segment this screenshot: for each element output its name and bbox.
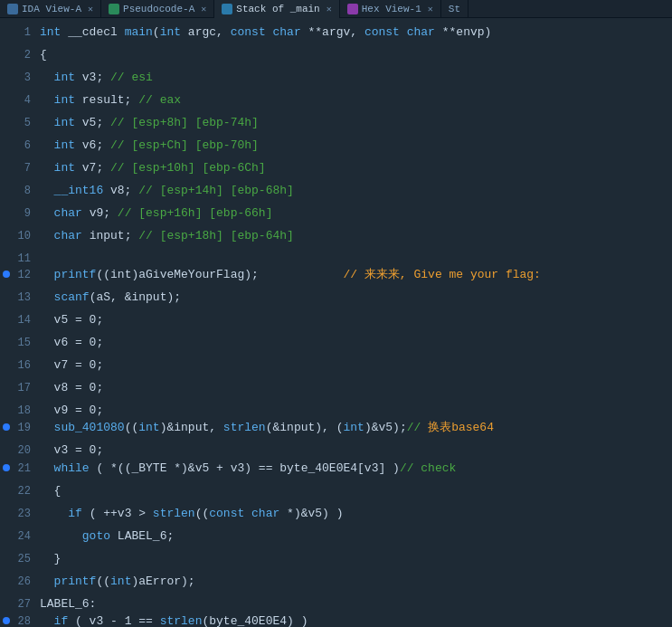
code-line: 17 v8 = 0;: [0, 374, 672, 396]
code-line: 28 if ( v3 - 1 == strlen(byte_40E0E4) ): [0, 613, 672, 628]
line-content-10: char input; // [esp+18h] [ebp-64h]: [36, 227, 672, 244]
line-num-1: 1: [13, 26, 36, 39]
line-dot-18: [0, 396, 13, 413]
line-content-18: v9 = 0;: [36, 402, 672, 419]
tab-hex-close[interactable]: ✕: [428, 4, 433, 14]
code-line: 13 scanf(aS, &input);: [0, 283, 672, 306]
code-line: 24 goto LABEL_6;: [0, 522, 672, 545]
line-dot-21: [0, 459, 13, 476]
tab-hex-view[interactable]: Hex View-1 ✕: [340, 0, 441, 18]
hex-icon: [347, 4, 358, 14]
line-num-7: 7: [13, 162, 36, 175]
code-line: 5 int v5; // [esp+8h] [ebp-74h]: [0, 109, 672, 131]
line-dot-14: [0, 306, 13, 323]
code-line: 15 v6 = 0;: [0, 328, 672, 351]
line-num-11: 11: [13, 252, 36, 265]
line-dot-12: [0, 265, 13, 282]
line-dot-16: [0, 351, 13, 368]
line-content-14: v5 = 0;: [36, 311, 672, 328]
code-line: 1 int __cdecl main(int argc, const char …: [0, 18, 672, 41]
line-num-15: 15: [13, 337, 36, 349]
tab-st2-label: St: [449, 4, 460, 14]
line-dot-20: [0, 436, 13, 453]
tab-pseudocode[interactable]: Pseudocode-A ✕: [101, 0, 214, 18]
line-dot-25: [0, 545, 13, 562]
line-num-13: 13: [13, 291, 36, 304]
line-content-25: }: [36, 550, 672, 567]
code-line: 9 char v9; // [esp+16h] [ebp-66h]: [0, 199, 672, 222]
code-line: 23 if ( ++v3 > strlen((const char *)&v5)…: [0, 499, 672, 522]
line-dot-9: [0, 199, 13, 216]
line-num-16: 16: [13, 359, 36, 372]
tab-bar: IDA View-A ✕ Pseudocode-A ✕ Stack of _ma…: [0, 0, 672, 18]
line-num-17: 17: [13, 382, 36, 394]
line-num-23: 23: [13, 508, 36, 520]
tab-ida-view[interactable]: IDA View-A ✕: [0, 0, 101, 18]
line-content-7: int v7; // [esp+10h] [ebp-6Ch]: [36, 159, 672, 176]
line-num-18: 18: [13, 404, 36, 417]
stack-icon: [222, 4, 232, 14]
line-num-4: 4: [13, 94, 36, 107]
tab-stack-label: Stack of _main: [236, 4, 319, 14]
line-num-10: 10: [13, 230, 36, 242]
line-num-14: 14: [13, 314, 36, 327]
line-content-12: printf((int)aGiveMeYourFlag); // 来来来, Gi…: [36, 266, 672, 283]
code-line: 3 int v3; // esi: [0, 63, 672, 86]
code-line: 4 int result; // eax: [0, 86, 672, 109]
line-content-26: printf((int)aError);: [36, 573, 672, 590]
code-line: 22 {: [0, 477, 672, 499]
line-dot-27: [0, 590, 13, 607]
line-num-20: 20: [13, 444, 36, 457]
line-num-9: 9: [13, 207, 36, 220]
line-dot-26: [0, 567, 13, 584]
tab-stack-close[interactable]: ✕: [327, 4, 332, 14]
code-line: 16 v7 = 0;: [0, 351, 672, 374]
code-line: 7 int v7; // [esp+10h] [ebp-6Ch]: [0, 154, 672, 176]
code-line: 21 while ( *((_BYTE *)&v5 + v3) == byte_…: [0, 459, 672, 477]
line-num-21: 21: [13, 462, 36, 475]
line-content-6: int v6; // [esp+Ch] [ebp-70h]: [36, 137, 672, 154]
line-num-26: 26: [13, 575, 36, 588]
line-num-2: 2: [13, 49, 36, 62]
line-content-15: v6 = 0;: [36, 334, 672, 351]
tab-pseudo-close[interactable]: ✕: [201, 4, 206, 14]
code-line: 20 v3 = 0;: [0, 436, 672, 459]
line-content-9: char v9; // [esp+16h] [ebp-66h]: [36, 204, 672, 222]
line-dot-2: [0, 41, 13, 58]
line-dot-23: [0, 499, 13, 517]
tab-stack-main[interactable]: Stack of _main ✕: [214, 0, 339, 18]
line-dot-8: [0, 176, 13, 194]
line-content-27: LABEL_6:: [36, 595, 672, 613]
code-area: 1 int __cdecl main(int argc, const char …: [0, 18, 672, 627]
line-dot-13: [0, 283, 13, 300]
line-dot-15: [0, 328, 13, 346]
line-num-12: 12: [13, 269, 36, 281]
line-content-23: if ( ++v3 > strlen((const char *)&v5) ): [36, 505, 672, 522]
tab-pseudo-label: Pseudocode-A: [123, 4, 194, 14]
line-dot-22: [0, 477, 13, 494]
tab-ida-close[interactable]: ✕: [88, 4, 93, 14]
line-num-6: 6: [13, 139, 36, 152]
pseudo-icon: [109, 4, 119, 14]
line-num-28: 28: [13, 615, 36, 627]
code-line: 11: [0, 244, 672, 265]
line-content-2: {: [36, 46, 672, 63]
tab-st2[interactable]: St: [441, 0, 469, 18]
line-dot-24: [0, 522, 13, 539]
line-dot-17: [0, 374, 13, 391]
line-num-27: 27: [13, 598, 36, 611]
code-line: 8 __int16 v8; // [esp+14h] [ebp-68h]: [0, 176, 672, 199]
ida-icon: [7, 4, 18, 14]
code-line: 10 char input; // [esp+18h] [ebp-64h]: [0, 222, 672, 244]
line-num-25: 25: [13, 553, 36, 565]
line-content-28: if ( v3 - 1 == strlen(byte_40E0E4) ): [36, 613, 672, 627]
line-dot-19: [0, 419, 13, 436]
line-dot-6: [0, 131, 13, 148]
code-line: 25 }: [0, 545, 672, 567]
line-num-24: 24: [13, 530, 36, 543]
code-line: 18 v9 = 0;: [0, 396, 672, 419]
code-line: 2 {: [0, 41, 672, 63]
code-line: 26 printf((int)aError);: [0, 567, 672, 590]
line-content-17: v8 = 0;: [36, 379, 672, 396]
line-num-8: 8: [13, 185, 36, 197]
